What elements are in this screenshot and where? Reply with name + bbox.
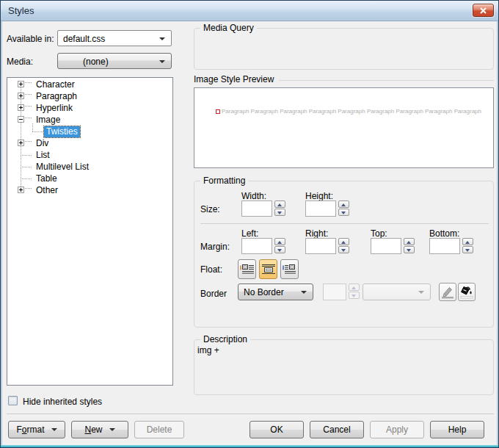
cancel-button[interactable]: Cancel	[310, 421, 364, 438]
float-none-icon	[261, 264, 276, 275]
margin-top-stepper[interactable]	[404, 238, 415, 254]
float-right-icon	[283, 264, 297, 275]
expand-plus-icon[interactable]	[18, 104, 24, 111]
collapse-minus-icon[interactable]	[18, 116, 24, 123]
spin-down-icon[interactable]	[338, 209, 349, 216]
margin-bottom-label: Bottom:	[429, 228, 459, 239]
help-button-label: Help	[448, 424, 467, 435]
tree-item-label-selected: Twisties	[44, 126, 80, 137]
tree-item-label: Multilevel List	[34, 162, 91, 173]
available-in-dropdown[interactable]: default.css	[57, 30, 172, 46]
preview-title-rule	[279, 80, 494, 81]
pen-icon	[440, 285, 455, 299]
image-style-preview: Paragraph Paragraph Paragraph Paragraph …	[194, 87, 494, 168]
new-button[interactable]: New	[71, 421, 128, 438]
margin-left-stepper[interactable]	[274, 238, 285, 254]
spin-down-icon[interactable]	[404, 246, 415, 253]
height-input[interactable]	[305, 200, 336, 217]
tree-item-paragraph[interactable]: Paragraph	[7, 91, 172, 103]
hide-inherited-checkbox[interactable]	[8, 396, 18, 405]
border-color-dropdown[interactable]	[363, 283, 431, 300]
float-right-button[interactable]	[280, 259, 299, 279]
window-border-bottom	[1, 445, 498, 447]
spin-up-icon[interactable]	[274, 238, 285, 245]
expand-plus-icon[interactable]	[18, 81, 24, 87]
margin-left-input[interactable]	[241, 238, 272, 254]
apply-button[interactable]: Apply	[370, 421, 424, 438]
margin-right-label: Right:	[305, 228, 328, 239]
paint-bucket-icon	[459, 285, 474, 299]
size-margin-divider	[200, 223, 489, 224]
chevron-down-icon	[109, 428, 115, 431]
border-style-value: No Border	[244, 287, 284, 297]
margin-right-input[interactable]	[305, 238, 336, 254]
border-width-stepper[interactable]	[349, 283, 360, 300]
width-stepper[interactable]	[274, 200, 285, 217]
tree-item-hyperlink[interactable]: Hyperlink	[7, 103, 172, 115]
tree-item-multilevel-list[interactable]: Multilevel List	[7, 162, 172, 173]
tree-item-div[interactable]: Div	[7, 138, 172, 150]
width-label: Width:	[241, 191, 266, 201]
margin-top-label: Top:	[371, 228, 387, 239]
style-tree[interactable]: Character Paragraph Hyperlink Image Twis…	[7, 77, 173, 386]
media-dropdown[interactable]: (none)	[57, 53, 172, 69]
tree-item-table[interactable]: Table	[7, 173, 172, 185]
preview-paragraph-text: Paragraph Paragraph Paragraph Paragraph …	[222, 108, 492, 115]
expand-plus-icon[interactable]	[18, 140, 24, 146]
delete-button[interactable]: Delete	[134, 421, 184, 438]
float-none-button[interactable]	[259, 259, 277, 279]
close-icon	[479, 7, 487, 14]
chevron-down-icon	[51, 428, 57, 431]
chevron-down-icon	[159, 37, 165, 40]
margin-label: Margin:	[200, 242, 230, 252]
preview-title: Image Style Preview	[194, 74, 274, 84]
spin-down-icon[interactable]	[274, 209, 285, 216]
tree-item-label: Table	[34, 173, 59, 184]
spin-up-icon[interactable]	[404, 238, 415, 245]
title-bar[interactable]: Styles	[1, 1, 498, 21]
apply-button-label: Apply	[386, 424, 408, 435]
margin-right-stepper[interactable]	[338, 238, 349, 254]
expand-plus-icon[interactable]	[18, 93, 24, 99]
margin-top-input[interactable]	[371, 238, 401, 254]
width-input[interactable]	[241, 200, 272, 217]
spin-down-icon[interactable]	[462, 246, 473, 253]
border-style-dropdown[interactable]: No Border	[238, 283, 313, 300]
spin-down-icon	[349, 292, 360, 299]
border-pen-button[interactable]	[439, 283, 456, 301]
expand-plus-icon[interactable]	[18, 187, 24, 193]
border-width-input[interactable]	[323, 283, 346, 300]
broken-image-icon	[216, 109, 220, 114]
background-fill-button[interactable]	[458, 283, 476, 301]
tree-item-label: Hyperlink	[34, 103, 75, 114]
margin-bottom-input[interactable]	[429, 238, 460, 254]
footer-divider	[7, 413, 494, 414]
tree-item-label: List	[34, 150, 52, 161]
spin-up-icon[interactable]	[462, 238, 473, 245]
window-border-right	[497, 21, 498, 445]
tree-item-twisties[interactable]: Twisties	[7, 126, 172, 138]
dialog-title: Styles	[8, 5, 34, 16]
height-stepper[interactable]	[338, 200, 349, 217]
help-button[interactable]: Help	[430, 421, 484, 438]
spin-up-icon[interactable]	[338, 238, 349, 245]
size-label: Size:	[200, 204, 220, 214]
hide-inherited-label: Hide inherited styles	[23, 397, 102, 407]
tree-item-list[interactable]: List	[7, 150, 172, 162]
tree-item-image[interactable]: Image	[7, 115, 172, 126]
spin-down-icon[interactable]	[338, 246, 349, 253]
ok-button-label: OK	[270, 424, 283, 435]
border-label: Border	[200, 289, 227, 299]
spin-up-icon[interactable]	[338, 200, 349, 208]
tree-item-other[interactable]: Other	[7, 185, 172, 197]
media-label: Media:	[7, 57, 33, 67]
close-button[interactable]	[473, 4, 494, 17]
spin-up-icon[interactable]	[274, 200, 285, 208]
height-label: Height:	[305, 191, 333, 201]
ok-button[interactable]: OK	[249, 421, 304, 438]
margin-bottom-stepper[interactable]	[462, 238, 473, 254]
format-button[interactable]: Format	[8, 421, 65, 438]
spin-down-icon[interactable]	[274, 246, 285, 253]
float-left-button[interactable]	[238, 259, 256, 279]
tree-item-character[interactable]: Character	[7, 79, 172, 91]
